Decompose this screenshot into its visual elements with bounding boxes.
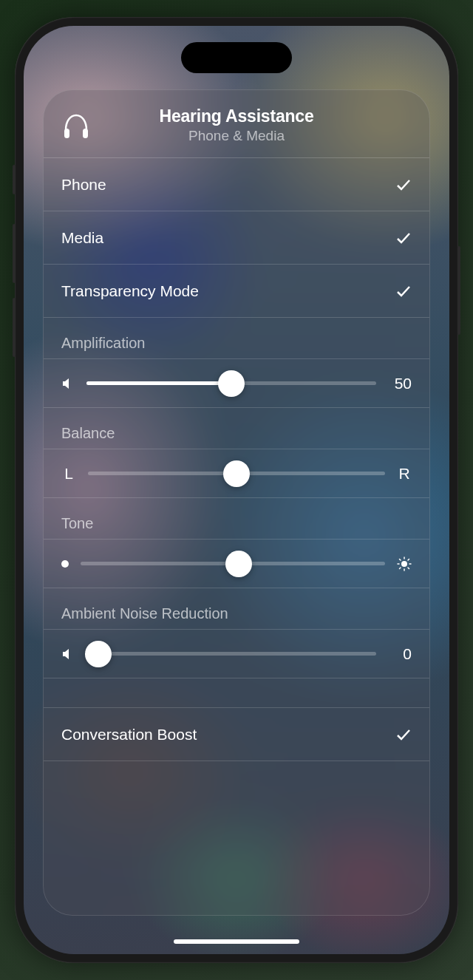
phone-row[interactable]: Phone — [44, 158, 429, 211]
panel-subtitle: Phone & Media — [61, 128, 412, 144]
ambient-noise-label: Ambient Noise Reduction — [61, 595, 228, 622]
balance-label: Balance — [61, 415, 115, 442]
svg-line-9 — [400, 568, 401, 569]
check-icon — [395, 283, 412, 299]
tone-dark-icon — [61, 560, 69, 568]
check-icon — [395, 727, 412, 743]
conversation-boost-label: Conversation Boost — [61, 726, 197, 743]
balance-slider-row: L R — [44, 449, 429, 498]
transparency-label: Transparency Mode — [61, 282, 199, 300]
balance-left-label: L — [61, 465, 76, 483]
speaker-low-icon — [61, 377, 75, 390]
volume-up-button[interactable] — [13, 224, 16, 283]
mute-switch[interactable] — [13, 165, 16, 194]
amplification-slider-row: 50 — [44, 359, 429, 408]
amplification-section: Amplification — [44, 318, 429, 359]
ambient-noise-slider[interactable] — [86, 652, 376, 656]
svg-line-7 — [400, 559, 401, 560]
power-button[interactable] — [457, 246, 460, 335]
ambient-noise-section: Ambient Noise Reduction — [44, 588, 429, 630]
phone-label: Phone — [61, 176, 106, 194]
media-row[interactable]: Media — [44, 211, 429, 265]
slider-thumb[interactable] — [218, 370, 245, 397]
home-indicator[interactable] — [174, 939, 299, 944]
tone-slider-row — [44, 540, 429, 588]
transparency-mode-row[interactable]: Transparency Mode — [44, 265, 429, 318]
phone-screen: Hearing Assistance Phone & Media Phone M… — [24, 26, 449, 954]
amplification-label: Amplification — [61, 324, 145, 352]
speaker-low-icon — [61, 647, 75, 661]
amplification-value: 50 — [388, 375, 412, 392]
tone-slider[interactable] — [81, 562, 385, 565]
spacer — [44, 678, 429, 708]
svg-line-10 — [408, 559, 409, 560]
phone-frame: Hearing Assistance Phone & Media Phone M… — [15, 17, 458, 963]
tone-section: Tone — [44, 498, 429, 540]
conversation-boost-row[interactable]: Conversation Boost — [44, 708, 429, 761]
balance-section: Balance — [44, 408, 429, 449]
ambient-noise-slider-row: 0 — [44, 630, 429, 678]
slider-thumb[interactable] — [85, 641, 112, 667]
slider-thumb[interactable] — [223, 460, 250, 487]
check-icon — [395, 177, 412, 193]
tone-label: Tone — [61, 505, 93, 532]
dynamic-island — [181, 42, 292, 73]
slider-thumb[interactable] — [225, 551, 252, 577]
amplification-slider[interactable] — [86, 381, 376, 385]
panel-header: Hearing Assistance Phone & Media — [44, 90, 429, 158]
ambient-noise-value: 0 — [388, 645, 412, 663]
volume-down-button[interactable] — [13, 298, 16, 357]
balance-slider[interactable] — [88, 472, 385, 475]
svg-point-2 — [401, 561, 407, 567]
tone-bright-icon — [397, 557, 412, 571]
svg-line-8 — [408, 568, 409, 569]
check-icon — [395, 230, 412, 246]
balance-right-label: R — [397, 465, 412, 483]
panel-title: Hearing Assistance — [61, 106, 412, 126]
media-label: Media — [61, 229, 103, 247]
hearing-assistance-panel: Hearing Assistance Phone & Media Phone M… — [43, 89, 430, 916]
